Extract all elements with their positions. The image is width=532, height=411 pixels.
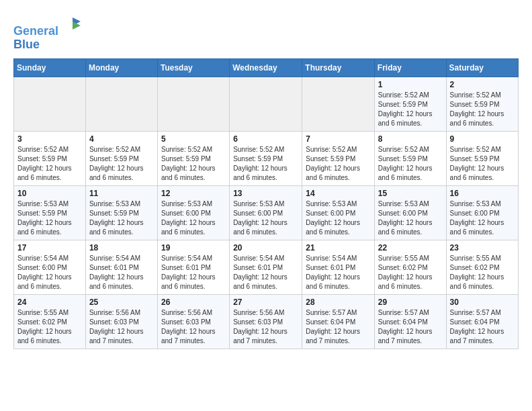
cell-info: Sunrise: 5:52 AM Sunset: 5:59 PM Dayligh… [89,145,154,183]
calendar-row-1: 3Sunrise: 5:52 AM Sunset: 5:59 PM Daylig… [14,131,519,185]
cell-info: Sunrise: 5:54 AM Sunset: 6:01 PM Dayligh… [161,254,226,291]
calendar-cell: 4Sunrise: 5:52 AM Sunset: 5:59 PM Daylig… [85,131,157,185]
calendar-row-4: 24Sunrise: 5:55 AM Sunset: 6:02 PM Dayli… [14,294,519,349]
logo-blue: Blue [13,38,82,52]
calendar-cell: 22Sunrise: 5:55 AM Sunset: 6:02 PM Dayli… [374,240,446,294]
cell-info: Sunrise: 5:53 AM Sunset: 6:00 PM Dayligh… [161,199,226,237]
day-number: 11 [89,189,154,198]
header: General Blue [13,13,519,52]
calendar-cell: 29Sunrise: 5:57 AM Sunset: 6:04 PM Dayli… [374,294,446,349]
cell-info: Sunrise: 5:57 AM Sunset: 6:04 PM Dayligh… [450,308,515,346]
day-number: 23 [450,243,515,253]
calendar-cell: 16Sunrise: 5:53 AM Sunset: 6:00 PM Dayli… [446,185,518,240]
calendar-cell: 20Sunrise: 5:54 AM Sunset: 6:01 PM Dayli… [230,240,302,294]
day-number: 5 [161,134,226,144]
weekday-header-sunday: Sunday [14,58,86,77]
calendar-cell: 21Sunrise: 5:54 AM Sunset: 6:01 PM Dayli… [302,240,375,294]
day-number: 2 [450,80,515,89]
cell-info: Sunrise: 5:53 AM Sunset: 6:00 PM Dayligh… [306,199,371,237]
day-number: 17 [17,243,82,253]
day-number: 18 [89,243,154,253]
day-number: 25 [89,298,154,307]
day-number: 10 [17,189,82,198]
day-number: 22 [378,243,443,253]
calendar-table: SundayMondayTuesdayWednesdayThursdayFrid… [13,58,519,349]
day-number: 19 [161,243,226,253]
calendar-cell: 9Sunrise: 5:52 AM Sunset: 5:59 PM Daylig… [446,131,518,185]
day-number: 28 [306,298,371,307]
calendar-cell: 30Sunrise: 5:57 AM Sunset: 6:04 PM Dayli… [446,294,518,349]
cell-info: Sunrise: 5:56 AM Sunset: 6:03 PM Dayligh… [233,308,298,346]
cell-info: Sunrise: 5:53 AM Sunset: 6:00 PM Dayligh… [378,199,443,237]
weekday-header-saturday: Saturday [446,58,518,77]
day-number: 13 [233,189,298,198]
day-number: 21 [306,243,371,253]
calendar-cell: 10Sunrise: 5:53 AM Sunset: 5:59 PM Dayli… [14,185,86,240]
cell-info: Sunrise: 5:53 AM Sunset: 5:59 PM Dayligh… [89,199,154,237]
day-number: 29 [378,298,443,307]
day-number: 3 [17,134,82,144]
calendar-cell: 18Sunrise: 5:54 AM Sunset: 6:01 PM Dayli… [85,240,157,294]
day-number: 12 [161,189,226,198]
cell-info: Sunrise: 5:55 AM Sunset: 6:02 PM Dayligh… [17,308,82,346]
cell-info: Sunrise: 5:52 AM Sunset: 5:59 PM Dayligh… [306,145,371,183]
calendar-header-row: SundayMondayTuesdayWednesdayThursdayFrid… [14,58,519,77]
day-number: 15 [378,189,443,198]
calendar-row-2: 10Sunrise: 5:53 AM Sunset: 5:59 PM Dayli… [14,185,519,240]
calendar-cell: 26Sunrise: 5:56 AM Sunset: 6:03 PM Dayli… [157,294,229,349]
cell-info: Sunrise: 5:57 AM Sunset: 6:04 PM Dayligh… [306,308,371,346]
cell-info: Sunrise: 5:52 AM Sunset: 5:59 PM Dayligh… [161,145,226,183]
weekday-header-tuesday: Tuesday [157,58,229,77]
day-number: 24 [17,298,82,307]
calendar-cell: 7Sunrise: 5:52 AM Sunset: 5:59 PM Daylig… [302,131,375,185]
logo-flag-icon [63,16,82,35]
cell-info: Sunrise: 5:53 AM Sunset: 6:00 PM Dayligh… [233,199,298,237]
calendar-cell: 15Sunrise: 5:53 AM Sunset: 6:00 PM Dayli… [374,185,446,240]
weekday-header-friday: Friday [374,58,446,77]
logo: General Blue [13,16,82,52]
cell-info: Sunrise: 5:52 AM Sunset: 5:59 PM Dayligh… [378,145,443,183]
cell-info: Sunrise: 5:52 AM Sunset: 5:59 PM Dayligh… [233,145,298,183]
calendar-cell: 14Sunrise: 5:53 AM Sunset: 6:00 PM Dayli… [302,185,375,240]
day-number: 8 [378,134,443,144]
cell-info: Sunrise: 5:57 AM Sunset: 6:04 PM Dayligh… [378,308,443,346]
calendar-cell: 11Sunrise: 5:53 AM Sunset: 5:59 PM Dayli… [85,185,157,240]
calendar-cell [157,77,229,131]
day-number: 14 [306,189,371,198]
cell-info: Sunrise: 5:55 AM Sunset: 6:02 PM Dayligh… [378,254,443,291]
calendar-cell: 19Sunrise: 5:54 AM Sunset: 6:01 PM Dayli… [157,240,229,294]
calendar-cell: 24Sunrise: 5:55 AM Sunset: 6:02 PM Dayli… [14,294,86,349]
day-number: 6 [233,134,298,144]
calendar-cell [302,77,375,131]
cell-info: Sunrise: 5:54 AM Sunset: 6:01 PM Dayligh… [89,254,154,291]
cell-info: Sunrise: 5:55 AM Sunset: 6:02 PM Dayligh… [450,254,515,291]
cell-info: Sunrise: 5:54 AM Sunset: 6:01 PM Dayligh… [233,254,298,291]
day-number: 20 [233,243,298,253]
weekday-header-monday: Monday [85,58,157,77]
logo-general: General [13,24,58,38]
calendar-cell: 13Sunrise: 5:53 AM Sunset: 6:00 PM Dayli… [230,185,302,240]
calendar-cell: 27Sunrise: 5:56 AM Sunset: 6:03 PM Dayli… [230,294,302,349]
calendar-cell: 2Sunrise: 5:52 AM Sunset: 5:59 PM Daylig… [446,77,518,131]
cell-info: Sunrise: 5:52 AM Sunset: 5:59 PM Dayligh… [378,91,443,128]
day-number: 27 [233,298,298,307]
weekday-header-thursday: Thursday [302,58,375,77]
calendar-row-3: 17Sunrise: 5:54 AM Sunset: 6:00 PM Dayli… [14,240,519,294]
cell-info: Sunrise: 5:53 AM Sunset: 5:59 PM Dayligh… [17,199,82,237]
cell-info: Sunrise: 5:52 AM Sunset: 5:59 PM Dayligh… [450,145,515,183]
weekday-header-wednesday: Wednesday [230,58,302,77]
day-number: 26 [161,298,226,307]
logo-text: General [13,16,82,38]
calendar-row-0: 1Sunrise: 5:52 AM Sunset: 5:59 PM Daylig… [14,77,519,131]
cell-info: Sunrise: 5:54 AM Sunset: 6:00 PM Dayligh… [17,254,82,291]
day-number: 30 [450,298,515,307]
calendar-cell [85,77,157,131]
cell-info: Sunrise: 5:56 AM Sunset: 6:03 PM Dayligh… [89,308,154,346]
cell-info: Sunrise: 5:53 AM Sunset: 6:00 PM Dayligh… [450,199,515,237]
calendar-cell: 23Sunrise: 5:55 AM Sunset: 6:02 PM Dayli… [446,240,518,294]
day-number: 4 [89,134,154,144]
calendar-cell: 28Sunrise: 5:57 AM Sunset: 6:04 PM Dayli… [302,294,375,349]
calendar-cell [230,77,302,131]
calendar-cell: 1Sunrise: 5:52 AM Sunset: 5:59 PM Daylig… [374,77,446,131]
calendar-cell [14,77,86,131]
